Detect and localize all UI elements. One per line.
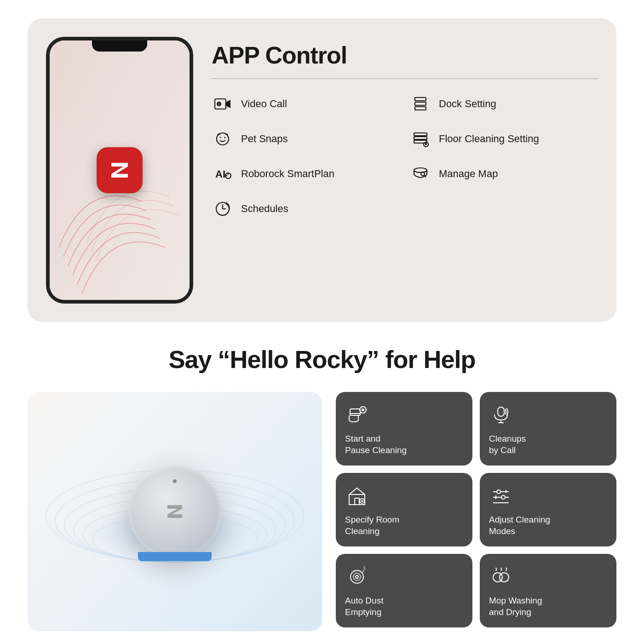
feature-item-smartplan: AI Roborock SmartPlan [212, 163, 400, 185]
svg-point-17 [425, 144, 427, 145]
start-pause-label: Start and Pause Cleaning [345, 433, 407, 456]
svg-rect-13 [414, 133, 427, 136]
schedules-label: Schedules [241, 203, 288, 215]
robot-z-logo [161, 498, 189, 525]
app-control-title: APP Control [212, 41, 598, 69]
robot-blue-bar [138, 552, 212, 561]
svg-point-22 [414, 168, 427, 172]
mop-washing-label: Mop Washing and Drying [489, 595, 542, 618]
voice-card-auto-dust: Auto Dust Emptying [336, 554, 472, 627]
voice-card-specify-room: Specify Room Cleaning [336, 473, 472, 546]
schedules-icon [212, 198, 234, 220]
divider [212, 78, 598, 79]
svg-text:AI: AI [215, 168, 225, 180]
svg-point-52 [501, 495, 505, 499]
room-icon [345, 484, 369, 508]
svg-rect-33 [350, 409, 360, 415]
phone-app-icon [97, 147, 143, 193]
feature-item-floor-cleaning: Floor Cleaning Setting [409, 128, 598, 150]
dock-setting-label: Dock Setting [439, 98, 496, 110]
robot-body [129, 466, 221, 558]
svg-rect-7 [415, 98, 426, 101]
feature-item-manage-map: Manage Map [409, 163, 598, 185]
feature-item-dock-setting: Dock Setting [409, 93, 598, 115]
svg-rect-46 [355, 498, 359, 505]
modes-icon [489, 484, 513, 508]
specify-room-label: Specify Room Cleaning [345, 514, 399, 537]
svg-point-36 [362, 408, 364, 411]
voice-card-start-pause: Start and Pause Cleaning [336, 392, 472, 466]
app-control-content: APP Control Video Call [212, 37, 598, 304]
feature-item-schedules: Schedules [212, 198, 400, 220]
manage-map-label: Manage Map [439, 168, 498, 180]
svg-rect-9 [415, 107, 426, 110]
phone-screen [50, 40, 190, 300]
voice-heading: Say “Hello Rocky” for Help [168, 345, 475, 374]
pet-snaps-label: Pet Snaps [241, 133, 288, 145]
svg-marker-1 [111, 163, 128, 178]
svg-marker-32 [167, 505, 182, 518]
robot-dot [173, 479, 177, 483]
dock-icon [409, 93, 431, 115]
phone-notch [92, 40, 147, 52]
svg-rect-41 [498, 407, 504, 416]
voice-card-cleanups-call: Cleanups by Call [480, 392, 616, 466]
svg-marker-44 [349, 488, 365, 505]
feature-item-video-call: Video Call [212, 93, 400, 115]
svg-point-48 [361, 500, 363, 502]
floor-cleaning-label: Floor Cleaning Setting [439, 133, 539, 145]
features-grid: Video Call Dock Setting [212, 93, 598, 220]
svg-marker-3 [226, 100, 230, 108]
floor-cleaning-icon [409, 128, 431, 150]
svg-point-11 [220, 137, 221, 138]
voice-card-mop-washing: Mop Washing and Drying [480, 554, 616, 627]
microphone-icon [489, 403, 513, 427]
map-icon [409, 163, 431, 185]
pet-snaps-icon [212, 128, 234, 150]
dust-icon [345, 565, 369, 589]
voice-card-adjust-modes: Adjust Cleaning Modes [480, 473, 616, 546]
bottom-section: Start and Pause Cleaning Cleanups by Cal… [28, 392, 616, 631]
svg-point-10 [217, 133, 229, 145]
svg-rect-8 [415, 102, 426, 105]
ai-icon: AI [212, 163, 234, 185]
feature-item-pet-snaps: Pet Snaps [212, 128, 400, 150]
robot-image-area [28, 392, 322, 631]
svg-point-12 [224, 137, 226, 138]
adjust-modes-label: Adjust Cleaning Modes [489, 514, 550, 537]
svg-rect-14 [414, 137, 427, 139]
mop-icon [489, 565, 513, 589]
broom-icon [345, 403, 369, 427]
phone-mockup [46, 37, 193, 304]
auto-dust-label: Auto Dust Emptying [345, 595, 383, 618]
video-call-label: Video Call [241, 98, 287, 110]
svg-point-57 [500, 573, 509, 582]
voice-cards-grid: Start and Pause Cleaning Cleanups by Cal… [336, 392, 616, 627]
cleanups-call-label: Cleanups by Call [489, 433, 526, 456]
svg-point-50 [497, 490, 500, 494]
video-call-icon [212, 93, 234, 115]
app-control-section: APP Control Video Call [28, 18, 616, 322]
smartplan-label: Roborock SmartPlan [241, 168, 334, 180]
